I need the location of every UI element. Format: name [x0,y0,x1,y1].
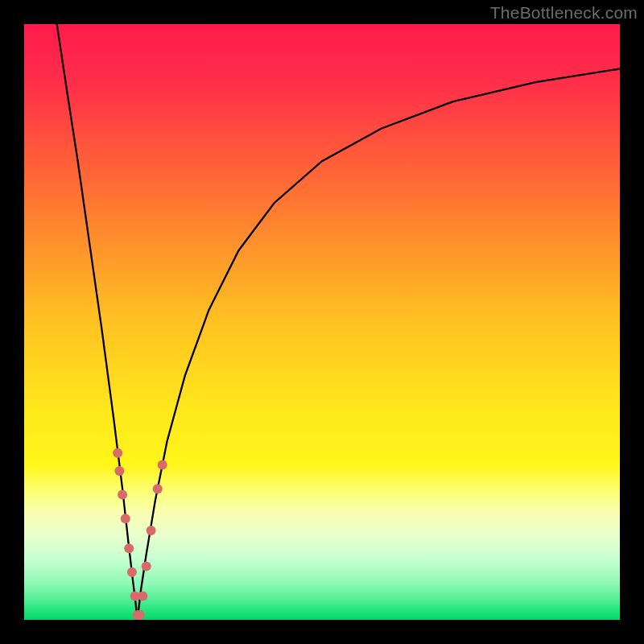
series-curve-left [57,24,138,620]
marker-point [135,610,145,620]
marker-point [153,484,163,493]
curves-layer [24,24,620,620]
marker-point [118,490,127,500]
marker-point [114,466,124,476]
marker-point [142,561,151,571]
watermark-text: TheBottleneck.com [490,3,638,23]
marker-point [113,448,122,458]
markers-group [113,448,167,620]
series-group [57,24,620,620]
plot-area [24,24,620,620]
marker-point [127,568,137,577]
marker-point [124,543,134,553]
marker-point [138,591,147,601]
marker-point [147,526,156,535]
chart-frame: TheBottleneck.com [0,0,644,644]
marker-point [158,460,167,470]
marker-point [121,514,130,523]
series-curve-right [138,69,620,621]
